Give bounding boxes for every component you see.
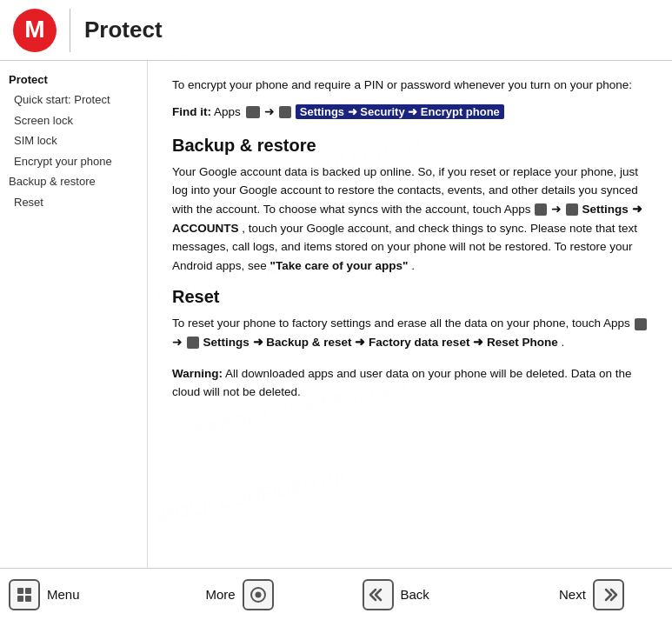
footer: Menu More Back Next [0,568,672,620]
sidebar-section-title: Protect [5,73,147,86]
find-it-label: Find it: [172,105,211,118]
backup-link: "Take care of your apps" [270,259,409,272]
sidebar: Protect Quick start: Protect Screen lock… [0,61,148,568]
next-label: Next [559,587,586,602]
more-icon [243,579,274,610]
menu-icon [9,579,40,610]
sidebar-item-quickstart[interactable]: Quick start: Protect [5,90,147,110]
settings-icon-2 [566,203,578,216]
backup-title: Backup & restore [172,136,648,156]
sidebar-item-simlock[interactable]: SIM lock [5,130,147,151]
next-button[interactable]: Next [559,579,663,610]
backup-body: Your Google account data is backed up on… [172,163,648,276]
back-button[interactable]: Back [363,579,467,610]
menu-button[interactable]: Menu [9,579,113,610]
logo-area: M [0,0,70,62]
page-title: Protect [84,17,163,43]
svg-rect-2 [17,588,23,594]
svg-point-7 [255,591,261,597]
menu-label: Menu [47,587,80,602]
svg-rect-4 [17,596,23,602]
settings-icon-1 [279,106,291,118]
header: M Protect [0,0,672,61]
back-label: Back [401,587,429,602]
find-it-line: Find it: Apps ➜ Settings ➜ Security ➜ En… [172,103,648,122]
reset-path: Settings ➜ Backup & reset ➜ Factory data… [203,336,558,349]
sidebar-item-backup[interactable]: Backup & restore [5,171,147,192]
reset-body: To reset your phone to factory settings … [172,314,648,351]
next-icon [593,579,624,610]
apps-icon-1 [246,106,260,118]
sidebar-item-reset[interactable]: Reset [5,192,147,213]
apps-icon-3 [635,318,647,330]
back-icon [363,579,394,610]
svg-text:M: M [24,16,44,43]
more-label: More [206,587,236,602]
apps-icon-2 [535,203,547,216]
motorola-logo: M [12,8,57,53]
find-it-path: Settings ➜ Security ➜ Encrypt phone [296,104,504,119]
main-layout: Protect Quick start: Protect Screen lock… [0,61,672,568]
sidebar-item-encrypt[interactable]: Encrypt your phone [5,151,147,172]
reset-title: Reset [172,287,648,307]
svg-rect-5 [25,596,31,602]
settings-icon-3 [187,337,199,349]
content-intro: To encrypt your phone and require a PIN … [172,77,648,95]
warning-body: All downloaded apps and user data on you… [172,367,632,399]
warning-line: Warning: All downloaded apps and user da… [172,364,648,402]
more-button[interactable]: More [206,579,310,610]
header-divider [70,9,70,52]
backup-end: . [411,259,415,272]
sidebar-item-screenlock[interactable]: Screen lock [5,110,147,131]
svg-rect-3 [25,588,31,594]
content-area: To encrypt your phone and require a PIN … [148,61,672,568]
warning-label: Warning: [172,367,223,380]
